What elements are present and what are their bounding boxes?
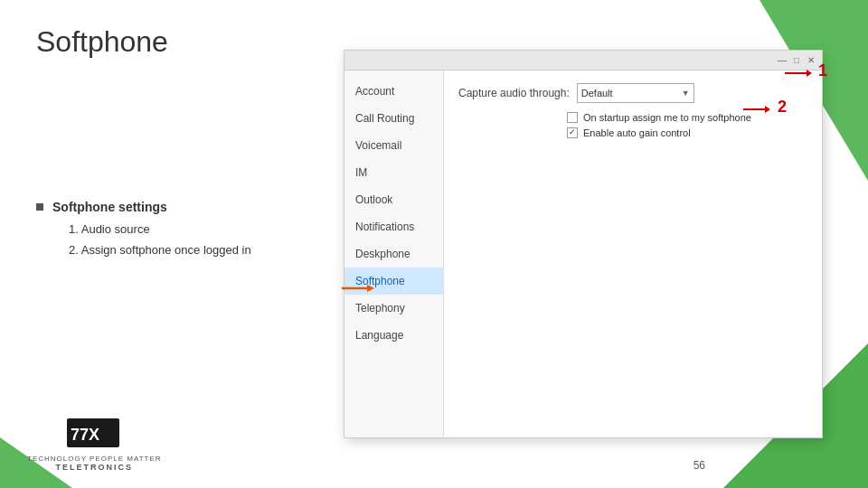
bullet-main-text: Softphone settings <box>52 200 167 214</box>
checkbox2-label: Enable auto gain control <box>583 127 691 138</box>
logo-tagline: TECHNOLOGY PEOPLE MATTER TELETRONICS <box>27 455 162 472</box>
svg-marker-5 <box>765 106 770 113</box>
svg-marker-3 <box>807 70 812 77</box>
annotation-arrow-2 <box>743 103 770 116</box>
softphone-nav-arrow <box>342 282 374 295</box>
maximize-button[interactable]: □ <box>791 55 802 66</box>
checkbox1-label: On startup assign me to my softphone <box>583 112 751 123</box>
logo-icon: 77X <box>67 418 121 453</box>
audio-source-value: Default <box>581 88 613 99</box>
panel-titlebar: — □ ✕ <box>344 51 822 70</box>
page-number: 56 <box>693 459 705 472</box>
panel-nav: Account Call Routing Voicemail IM Outloo… <box>344 70 444 437</box>
logo-area: 77X TECHNOLOGY PEOPLE MATTER TELETRONICS <box>27 418 162 472</box>
panel-content: Capture audio through: Default ▼ On star… <box>444 70 822 437</box>
nav-outlook[interactable]: Outlook <box>344 186 443 213</box>
bullet-main: Softphone settings 1. Audio source 2. As… <box>36 199 251 261</box>
audio-source-row: Capture audio through: Default ▼ <box>458 83 807 103</box>
nav-deskphone[interactable]: Deskphone <box>344 240 443 267</box>
annotation-1: 1 <box>818 61 827 80</box>
nav-voicemail[interactable]: Voicemail <box>344 132 443 159</box>
sub-item-2: 2. Assign softphone once logged in <box>69 239 251 260</box>
checkbox1[interactable] <box>567 112 578 123</box>
panel-body: Account Call Routing Voicemail IM Outloo… <box>344 70 822 437</box>
annotation-arrow-1 <box>785 67 812 80</box>
nav-account[interactable]: Account <box>344 78 443 105</box>
nav-notifications[interactable]: Notifications <box>344 213 443 240</box>
slide-title: Softphone <box>36 25 168 59</box>
svg-marker-7 <box>367 285 374 292</box>
bullet-icon <box>36 203 43 211</box>
sub-list: 1. Audio source 2. Assign softphone once… <box>69 219 251 261</box>
nav-call-routing[interactable]: Call Routing <box>344 105 443 132</box>
audio-source-label: Capture audio through: <box>458 87 570 99</box>
nav-telephony[interactable]: Telephony <box>344 295 443 322</box>
nav-language[interactable]: Language <box>344 322 443 349</box>
checkbox1-row: On startup assign me to my softphone <box>567 112 807 123</box>
svg-text:77X: 77X <box>71 426 99 444</box>
annotation-2: 2 <box>778 98 787 117</box>
audio-source-dropdown[interactable]: Default ▼ <box>577 83 694 103</box>
content-area: Softphone settings 1. Audio source 2. As… <box>36 199 251 267</box>
checkbox2-row: Enable auto gain control <box>567 127 807 138</box>
nav-im[interactable]: IM <box>344 159 443 186</box>
close-button[interactable]: ✕ <box>806 55 816 66</box>
sub-item-1: 1. Audio source <box>69 219 251 239</box>
dropdown-arrow-icon: ▼ <box>682 89 690 98</box>
minimize-button[interactable]: — <box>777 55 788 66</box>
checkbox2[interactable] <box>567 127 578 138</box>
